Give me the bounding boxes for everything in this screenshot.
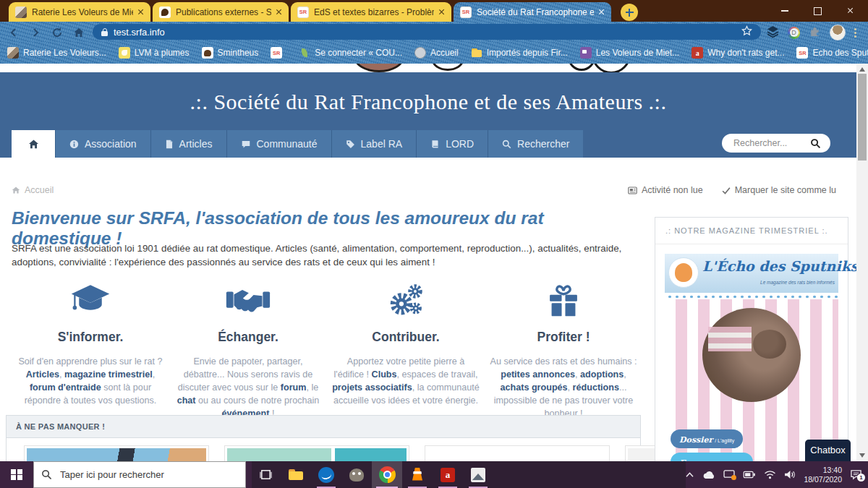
volume-icon[interactable] (784, 470, 796, 479)
chrome-menu-icon[interactable] (854, 28, 856, 38)
tab-close-icon[interactable] (137, 9, 144, 15)
nav-tab-label-ra[interactable]: Label RA (331, 130, 417, 158)
task-view-button[interactable] (250, 461, 281, 488)
petites-annonces-link[interactable]: petites annonces (501, 369, 575, 380)
bookmark-label: Les Voleurs de Miet... (596, 48, 679, 58)
bookmark-voleurs-miettes[interactable]: Les Voleurs de Miet... (580, 47, 679, 59)
scroll-down-arrow[interactable] (859, 453, 865, 458)
extensions-puzzle-icon[interactable] (809, 25, 821, 40)
tab-close-icon[interactable] (598, 9, 605, 15)
window-minimize-button[interactable] (769, 0, 801, 22)
article-thumbnail (427, 448, 607, 461)
articles-link[interactable]: Articles (26, 369, 59, 380)
achats-groupes-link[interactable]: achats groupés (501, 382, 568, 393)
page-scrollbar[interactable] (856, 64, 868, 461)
new-tab-button[interactable] (621, 4, 638, 21)
chat-icon (241, 140, 251, 149)
stack-extension-icon[interactable] (767, 25, 779, 40)
bookmark-folder-firefox[interactable]: Importés depuis Fir... (471, 47, 568, 59)
magazine-cover[interactable]: L'Écho des Sputniks Le magazine des rats… (665, 254, 838, 461)
adoptions-link[interactable]: adoptions (580, 369, 624, 380)
address-bar[interactable]: test.srfa.info (93, 24, 761, 40)
taskbar-search-box[interactable] (33, 461, 246, 488)
magazine-badge-dossier: Dossier/ L'agility (671, 429, 743, 448)
deepl-extension-icon[interactable]: D (788, 27, 800, 39)
chatbox-button[interactable]: Chatbox (805, 440, 851, 461)
chrome-icon[interactable] (372, 461, 402, 488)
browser-tab-raterie[interactable]: Raterie Les Voleurs de Miettes (9, 2, 150, 22)
site-search-box[interactable] (722, 134, 830, 153)
https-lock-icon[interactable] (101, 28, 108, 36)
notification-center-icon[interactable]: 1 (850, 469, 862, 480)
bookmark-lvm-plumes[interactable]: LVM à plumes (119, 47, 190, 59)
bookmark-accueil[interactable]: Accueil (414, 47, 459, 59)
bookmark-label: Raterie Les Voleurs... (23, 48, 106, 58)
window-maximize-button[interactable] (801, 0, 833, 22)
mouse-favicon (202, 47, 213, 59)
reload-button[interactable] (49, 25, 65, 40)
article-card[interactable] (224, 445, 409, 461)
nav-tab-articles[interactable]: Articles (150, 130, 226, 158)
forum-link[interactable]: forum (281, 382, 307, 393)
nav-tab-rechercher[interactable]: Rechercher (488, 130, 583, 158)
onedrive-cloud-icon[interactable] (702, 471, 715, 479)
scroll-up-arrow[interactable] (859, 67, 865, 72)
taskbar-clock[interactable]: 13:40 18/07/2020 (804, 466, 842, 484)
bookmark-srfa-icon-only[interactable]: SR (271, 47, 286, 59)
webpage: .:. Société du Rat Francophone et de ses… (0, 64, 856, 461)
clubs-link[interactable]: Clubs (372, 369, 397, 380)
browser-tab-eds[interactable]: SR EdS et textes bizarres - Problème (291, 2, 451, 22)
taskbar-search-input[interactable] (59, 468, 228, 481)
browser-tab-publications[interactable]: Publications externes - Smintheu (153, 2, 289, 22)
nav-tab-communaute[interactable]: Communauté (226, 130, 331, 158)
file-explorer-icon[interactable] (281, 461, 311, 488)
article-card[interactable] (24, 445, 209, 461)
home-button[interactable] (71, 25, 87, 40)
unread-activity-link[interactable]: Activité non lue (628, 185, 703, 195)
magazine-link[interactable]: magazine trimestriel (64, 369, 153, 380)
nav-tab-association[interactable]: Association (55, 130, 150, 158)
profile-avatar[interactable] (830, 25, 846, 40)
wifi-icon[interactable] (764, 470, 776, 479)
battery-icon[interactable] (743, 471, 756, 479)
bookmark-star-icon[interactable] (741, 25, 752, 39)
bookmark-raterie[interactable]: Raterie Les Voleurs... (7, 47, 106, 59)
forum-entraide-link[interactable]: forum d'entraide (30, 382, 101, 393)
tag-icon (346, 140, 355, 149)
mark-site-read-link[interactable]: Marquer le site comme lu (722, 185, 836, 195)
vlc-icon[interactable] (402, 461, 433, 488)
search-icon[interactable] (810, 138, 821, 149)
chat-link[interactable]: chat (177, 395, 196, 406)
magazine-subtitle: Le magazine des rats bien informés (760, 280, 835, 285)
start-button[interactable] (0, 461, 33, 488)
photos-icon[interactable] (463, 461, 493, 488)
browser-tab-srfa-active[interactable]: SR Société du Rat Francophone et d (454, 2, 611, 22)
back-button[interactable] (6, 25, 22, 40)
bookmark-smintheus[interactable]: Smintheus (202, 47, 259, 59)
scrollbar-thumb[interactable] (858, 74, 867, 160)
bookmark-se-connecter[interactable]: Se connecter « COU... (299, 47, 402, 59)
forum-favicon (580, 47, 592, 59)
openoffice-icon[interactable] (311, 461, 341, 488)
article-card[interactable] (425, 445, 610, 461)
intro-paragraph: SRFA est une association loi 1901 dédiée… (12, 241, 638, 269)
reductions-link[interactable]: réductions (573, 382, 619, 393)
window-close-button[interactable] (835, 0, 867, 22)
tab-close-icon[interactable] (438, 9, 445, 15)
handshake-icon (169, 281, 327, 321)
breadcrumb[interactable]: Accueil (12, 185, 54, 195)
nav-home-tab[interactable] (12, 130, 55, 158)
tray-expand-chevron-icon[interactable] (685, 471, 694, 478)
site-search-input[interactable] (732, 137, 810, 149)
notification-badge: 1 (857, 474, 865, 481)
bookmark-why-rats[interactable]: aWhy don't rats get... (692, 47, 784, 59)
activity-icon (628, 187, 637, 194)
projets-associatifs-link[interactable]: projets associatifs (332, 382, 412, 393)
tab-close-icon[interactable] (276, 9, 282, 15)
forward-button[interactable] (27, 25, 43, 40)
gimp-icon[interactable] (341, 461, 372, 488)
nav-tab-lord[interactable]: LORD (416, 130, 488, 158)
adobe-reader-icon[interactable]: a (433, 461, 463, 488)
bookmark-echo-sputniks[interactable]: SREcho des Sputniks (... (796, 47, 868, 59)
screen-share-icon[interactable] (723, 470, 735, 479)
